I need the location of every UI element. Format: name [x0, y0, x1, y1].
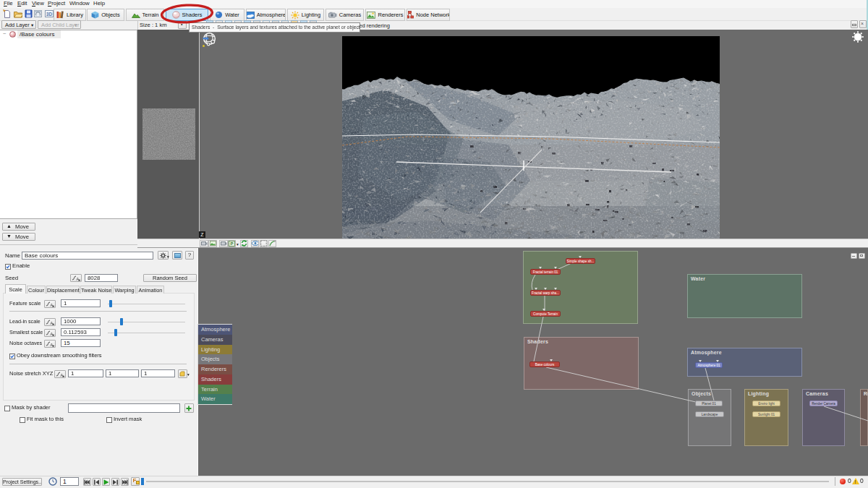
svg-text:3D: 3D	[46, 12, 53, 17]
svg-text:P: P	[230, 241, 233, 246]
